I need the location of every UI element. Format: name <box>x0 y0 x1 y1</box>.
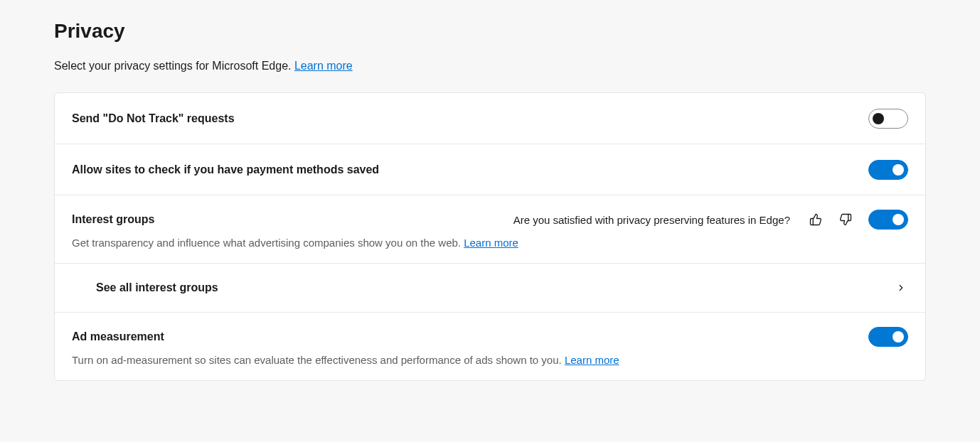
ad-measurement-toggle[interactable] <box>868 327 908 347</box>
see-all-interest-groups-row[interactable]: See all interest groups <box>55 264 925 313</box>
chevron-right-icon <box>894 281 908 295</box>
ad-measurement-label: Ad measurement <box>72 330 868 343</box>
interest-groups-label: Interest groups <box>72 213 154 226</box>
feedback-prompt: Are you satisfied with privacy preservin… <box>513 214 790 226</box>
setting-interest-groups: Interest groups Are you satisfied with p… <box>55 195 925 264</box>
ad-measurement-description-text: Turn on ad-measurement so sites can eval… <box>72 354 565 366</box>
setting-payment-methods: Allow sites to check if you have payment… <box>55 144 925 195</box>
page-description-text: Select your privacy settings for Microso… <box>54 60 294 72</box>
ad-measurement-description: Turn on ad-measurement so sites can eval… <box>72 354 908 366</box>
page-title: Privacy <box>54 20 926 43</box>
do-not-track-toggle[interactable] <box>868 109 908 129</box>
setting-do-not-track: Send "Do Not Track" requests <box>55 93 925 144</box>
learn-more-link[interactable]: Learn more <box>294 60 353 72</box>
do-not-track-label: Send "Do Not Track" requests <box>72 112 868 125</box>
page-description: Select your privacy settings for Microso… <box>54 60 926 72</box>
see-all-interest-groups-label: See all interest groups <box>96 281 894 294</box>
thumbs-down-icon[interactable] <box>838 212 853 227</box>
ad-measurement-learn-more-link[interactable]: Learn more <box>565 354 619 366</box>
payment-methods-label: Allow sites to check if you have payment… <box>72 163 868 176</box>
privacy-settings-card: Send "Do Not Track" requests Allow sites… <box>54 92 926 381</box>
thumbs-up-icon[interactable] <box>809 212 823 227</box>
interest-groups-toggle[interactable] <box>868 210 908 230</box>
payment-methods-toggle[interactable] <box>868 160 908 180</box>
setting-ad-measurement: Ad measurement Turn on ad-measurement so… <box>55 313 925 380</box>
interest-groups-description-text: Get transparency and influence what adve… <box>72 237 464 249</box>
interest-groups-learn-more-link[interactable]: Learn more <box>464 237 518 249</box>
interest-groups-description: Get transparency and influence what adve… <box>72 237 908 249</box>
